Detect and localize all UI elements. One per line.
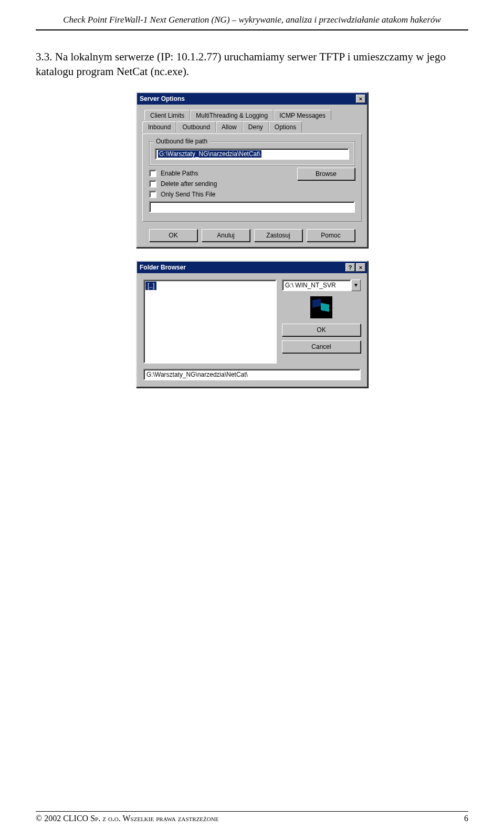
tab-client-limits[interactable]: Client Limits [144, 110, 190, 120]
titlebar[interactable]: Folder Browser ? × [137, 262, 367, 273]
delete-after-label: Delete after sending [161, 180, 217, 188]
ok-button[interactable]: OK [149, 229, 197, 242]
browse-button[interactable]: Browse [297, 168, 355, 180]
drive-select-value: G:\ WIN_NT_SVR [282, 279, 351, 291]
only-send-checkbox[interactable] [149, 191, 156, 198]
server-options-dialog: Server Options × Client Limits MultiThre… [136, 92, 368, 248]
selected-path-input[interactable]: G:\Warsztaty_NG\narzedzia\NetCat\ [143, 369, 361, 380]
enable-paths-label: Enable Paths [161, 170, 198, 177]
cancel-button[interactable]: Anuluj [202, 229, 250, 242]
tab-icmp-messages[interactable]: ICMP Messages [274, 110, 331, 120]
titlebar[interactable]: Server Options × [137, 93, 367, 105]
only-send-file-input[interactable] [149, 201, 355, 213]
apply-button[interactable]: Zastosuj [254, 229, 302, 242]
ok-button[interactable]: OK [282, 324, 361, 336]
help-button[interactable]: Pomoc [307, 229, 355, 242]
only-send-label: Only Send This File [161, 191, 216, 198]
window-title: Server Options [139, 95, 355, 102]
tab-inbound[interactable]: Inbound [142, 121, 176, 132]
close-icon[interactable]: × [356, 263, 365, 272]
tab-options[interactable]: Options [269, 121, 302, 132]
window-title: Folder Browser [139, 264, 344, 271]
group-label: Outbound file path [154, 138, 209, 145]
tftp-icon [310, 296, 332, 318]
outbound-file-path-group: Outbound file path G:\Warsztaty_NG\narze… [149, 141, 355, 165]
cancel-button[interactable]: Cancel [282, 340, 361, 353]
folder-list[interactable]: [..] [143, 279, 277, 364]
tab-multithreading-logging[interactable]: MultiThreading & Logging [190, 110, 274, 120]
help-icon[interactable]: ? [345, 263, 355, 272]
tab-page-outbound: Outbound file path G:\Warsztaty_NG\narze… [142, 133, 362, 222]
page-footer: © 2002 CLICO Sp. z o.o. Wszelkie prawa z… [36, 811, 468, 823]
doc-paragraph: 3.3. Na lokalnym serwerze (IP: 10.1.2.77… [36, 49, 468, 79]
doc-header: Check Point FireWall-1 Next Generation (… [36, 15, 468, 30]
folder-browser-dialog: Folder Browser ? × [..] G:\ WIN_NT_SVR ▼ [136, 261, 368, 388]
tab-strip: Client Limits MultiThreading & Logging I… [142, 110, 362, 134]
tab-allow[interactable]: Allow [216, 121, 243, 132]
outbound-path-input[interactable]: G:\Warsztaty_NG\narzedzia\NetCat\ [155, 148, 349, 160]
copyright-text: © 2002 CLICO Sp. z o.o. Wszelkie prawa z… [36, 814, 218, 823]
drive-select[interactable]: G:\ WIN_NT_SVR ▼ [282, 279, 361, 291]
enable-paths-checkbox[interactable] [149, 170, 156, 177]
page-number: 6 [464, 814, 468, 823]
folder-list-item-up[interactable]: [..] [145, 282, 156, 290]
tab-outbound[interactable]: Outbound [176, 121, 216, 132]
delete-after-checkbox[interactable] [149, 180, 156, 188]
tab-deny[interactable]: Deny [243, 121, 269, 132]
close-icon[interactable]: × [356, 95, 365, 103]
chevron-down-icon[interactable]: ▼ [351, 279, 361, 291]
